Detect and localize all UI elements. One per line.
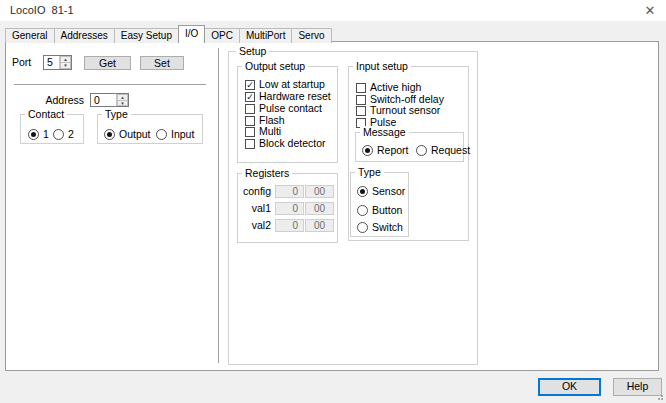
radio-icon[interactable] — [53, 129, 64, 140]
address-spinner-buttons: ▲ ▼ — [116, 94, 128, 106]
spin-down-icon[interactable]: ▼ — [117, 100, 128, 107]
tab-addresses[interactable]: Addresses — [54, 28, 115, 43]
checkbox-multi[interactable]: Multi — [245, 126, 281, 137]
radio-label: 1 — [43, 129, 49, 140]
tab-servo[interactable]: Servo — [291, 28, 331, 43]
radio-label: Sensor — [372, 186, 405, 197]
radio-label: Switch — [372, 222, 403, 233]
register-row-val2: val2 0 00 — [238, 219, 339, 232]
config-hex-field: 00 — [305, 185, 334, 198]
checkbox-label: Block detector — [259, 138, 326, 149]
checkbox-low-at-startup[interactable]: Low at startup — [245, 79, 325, 90]
radio-switch-option[interactable]: Switch — [357, 222, 403, 233]
radio-icon[interactable] — [416, 145, 427, 156]
horizontal-separator — [14, 84, 206, 85]
address-label: Address — [40, 94, 84, 107]
radio-contact-2[interactable]: 2 — [53, 129, 74, 140]
checkbox-turnout-sensor[interactable]: Turnout sensor — [356, 105, 440, 116]
radio-button-option[interactable]: Button — [357, 205, 402, 216]
radio-contact-1[interactable]: 1 — [28, 129, 49, 140]
radio-icon[interactable] — [357, 186, 368, 197]
radio-icon[interactable] — [156, 129, 167, 140]
close-icon[interactable]: ✕ — [641, 2, 659, 20]
resize-grip-icon[interactable] — [655, 392, 663, 400]
radio-report[interactable]: Report — [362, 145, 409, 156]
port-spinner-buttons: ▲ ▼ — [59, 56, 71, 69]
input-type-label: Type — [355, 166, 384, 179]
registers-label: Registers — [242, 167, 292, 180]
spin-down-icon[interactable]: ▼ — [60, 62, 71, 69]
checkbox-label: Active high — [370, 82, 421, 93]
radio-icon[interactable] — [362, 145, 373, 156]
tab-bar: General Addresses Easy Setup I/O OPC Mul… — [5, 25, 331, 43]
checkbox-icon[interactable] — [245, 104, 255, 114]
checkbox-icon[interactable] — [245, 127, 255, 137]
tab-opc[interactable]: OPC — [204, 28, 240, 43]
title-bar: LocoIO 81-1 ✕ — [0, 0, 666, 21]
radio-label: Button — [372, 205, 402, 216]
radio-icon[interactable] — [357, 222, 368, 233]
radio-icon[interactable] — [28, 129, 39, 140]
registers-groupbox: Registers config 0 00 val1 0 00 val2 0 0… — [237, 173, 338, 243]
radio-label: Report — [377, 145, 409, 156]
port-label: Port — [12, 56, 31, 69]
checkbox-label: Low at startup — [259, 79, 325, 90]
radio-request[interactable]: Request — [416, 145, 470, 156]
val1-dec-field: 0 — [275, 202, 304, 215]
register-name: val1 — [240, 202, 271, 215]
checkbox-icon[interactable] — [245, 80, 255, 90]
tab-io[interactable]: I/O — [178, 25, 205, 43]
output-setup-groupbox: Output setup Low at startup Hardware res… — [237, 66, 338, 163]
checkbox-label: Multi — [259, 126, 281, 137]
checkbox-icon[interactable] — [245, 116, 255, 126]
address-spinner-value[interactable]: 0 — [91, 94, 116, 106]
register-name: config — [240, 185, 271, 198]
radio-icon[interactable] — [357, 205, 368, 216]
window-title: LocoIO 81-1 — [10, 4, 74, 16]
type-groupbox: Type Output Input — [97, 114, 203, 144]
message-groupbox: Message Report Request — [355, 132, 464, 162]
checkbox-icon[interactable] — [356, 83, 366, 93]
radio-input[interactable]: Input — [156, 129, 194, 140]
message-label: Message — [360, 126, 409, 139]
checkbox-label: Turnout sensor — [370, 105, 440, 116]
contact-group-label: Contact — [25, 108, 67, 121]
register-row-config: config 0 00 — [238, 185, 339, 198]
radio-output[interactable]: Output — [104, 129, 151, 140]
setup-group-label: Setup — [236, 45, 269, 58]
type-group-label: Type — [102, 108, 131, 121]
checkbox-label: Hardware reset — [259, 91, 331, 102]
address-spinner[interactable]: 0 ▲ ▼ — [90, 93, 129, 107]
output-setup-label: Output setup — [242, 60, 308, 73]
radio-icon[interactable] — [104, 129, 115, 140]
port-spinner-value[interactable]: 5 — [44, 56, 59, 69]
radio-label: Request — [431, 145, 470, 156]
vertical-separator — [218, 48, 219, 363]
radio-label: Input — [171, 129, 194, 140]
checkbox-pulse-contact[interactable]: Pulse contact — [245, 103, 322, 114]
get-button[interactable]: Get — [84, 56, 131, 70]
radio-sensor[interactable]: Sensor — [357, 186, 405, 197]
radio-label: Output — [119, 129, 151, 140]
tab-multiport[interactable]: MultiPort — [239, 28, 292, 43]
checkbox-hardware-reset[interactable]: Hardware reset — [245, 91, 331, 102]
checkbox-active-high[interactable]: Active high — [356, 82, 421, 93]
input-setup-groupbox: Input setup Active high Switch-off delay… — [348, 66, 469, 241]
port-spinner[interactable]: 5 ▲ ▼ — [43, 55, 72, 70]
ok-button[interactable]: OK — [538, 378, 601, 396]
register-name: val2 — [240, 219, 271, 232]
checkbox-icon[interactable] — [245, 92, 255, 102]
tab-general[interactable]: General — [5, 28, 55, 43]
locoio-dialog: LocoIO 81-1 ✕ General Addresses Easy Set… — [0, 0, 666, 403]
setup-groupbox: Setup Output setup Low at startup Hardwa… — [228, 51, 478, 365]
val1-hex-field: 00 — [305, 202, 334, 215]
checkbox-icon[interactable] — [245, 139, 255, 149]
checkbox-label: Pulse contact — [259, 103, 322, 114]
checkbox-icon[interactable] — [356, 106, 366, 116]
config-dec-field: 0 — [275, 185, 304, 198]
register-row-val1: val1 0 00 — [238, 202, 339, 215]
checkbox-icon[interactable] — [356, 95, 366, 105]
set-button[interactable]: Set — [140, 56, 184, 70]
tab-easy-setup[interactable]: Easy Setup — [114, 28, 179, 43]
checkbox-block-detector[interactable]: Block detector — [245, 138, 326, 149]
